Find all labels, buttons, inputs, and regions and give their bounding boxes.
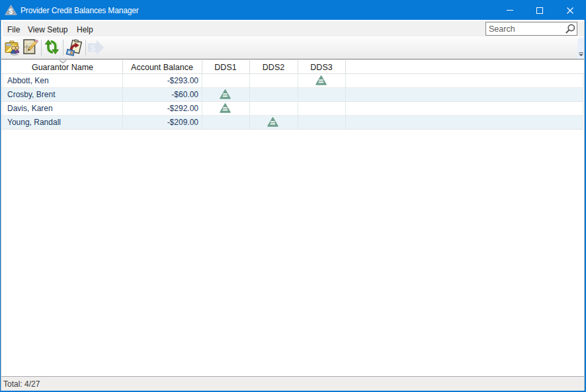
svg-text:$: $	[9, 7, 13, 15]
svg-text:$: $	[91, 43, 96, 53]
